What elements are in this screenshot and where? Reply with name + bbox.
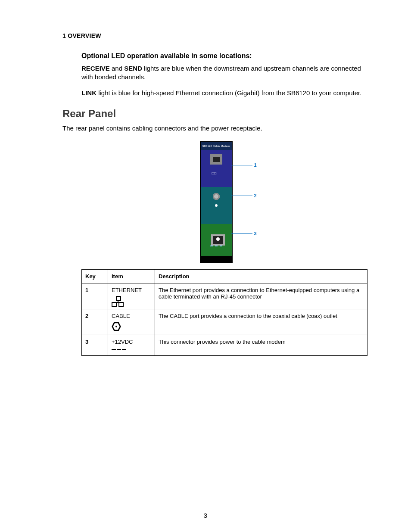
th-item: Item (108, 270, 155, 283)
cell-item: CABLE (108, 309, 155, 335)
power-port-icon (211, 234, 225, 246)
th-key: Key (82, 270, 108, 283)
table-row: 3 +12VDC This connector provides power t… (82, 335, 367, 356)
cell-item: ETHERNET (108, 283, 155, 309)
cell-desc: This connector provides power to the cab… (155, 335, 367, 356)
section-title-rear-panel: Rear Panel (62, 108, 368, 120)
cell-desc: The Ethernet port provides a connection … (155, 283, 367, 309)
led-subheading: Optional LED operation available in some… (81, 52, 368, 60)
cell-key: 1 (82, 283, 108, 309)
cell-item: +12VDC (108, 335, 155, 356)
led-paragraph-1: RECEIVE and SEND lights are blue when th… (81, 64, 368, 82)
table-row: 2 CABLE The CABLE port provides a connec… (82, 309, 367, 335)
power-icon (112, 348, 126, 352)
link-label: LINK (81, 89, 97, 96)
rear-panel-diagram: SB6120 Cable Modem □□ 1 2 (62, 141, 368, 263)
ethernet-symbol-icon: □□ (212, 171, 217, 175)
power-symbol-icon (210, 246, 222, 246)
device-label: SB6120 Cable Modem (201, 142, 232, 150)
send-label: SEND (124, 65, 142, 72)
callout-3: 3 (254, 231, 257, 236)
th-desc: Description (155, 270, 367, 283)
callout-2: 2 (254, 193, 257, 198)
led-paragraph-2: LINK light is blue for high-speed Ethern… (81, 89, 368, 97)
ethernet-port-icon (210, 154, 222, 165)
receive-label: RECEIVE (81, 65, 110, 72)
rear-panel-intro: The rear panel contains cabling connecto… (62, 124, 368, 133)
cell-key: 2 (82, 309, 108, 335)
coax-port-icon (213, 193, 220, 200)
rear-panel-table: Key Item Description 1 ETHERNET The Ethe… (81, 269, 367, 356)
ethernet-icon (112, 296, 124, 305)
table-row: 1 ETHERNET The Ethernet port provides a … (82, 283, 367, 309)
cell-desc: The CABLE port provides a connection to … (155, 309, 367, 335)
svg-point-1 (115, 326, 117, 327)
callout-1: 1 (254, 162, 257, 168)
coax-icon (112, 322, 121, 331)
chapter-label: 1 OVERVIEW (62, 32, 368, 39)
cell-key: 3 (82, 335, 108, 356)
page-number: 3 (0, 512, 411, 519)
